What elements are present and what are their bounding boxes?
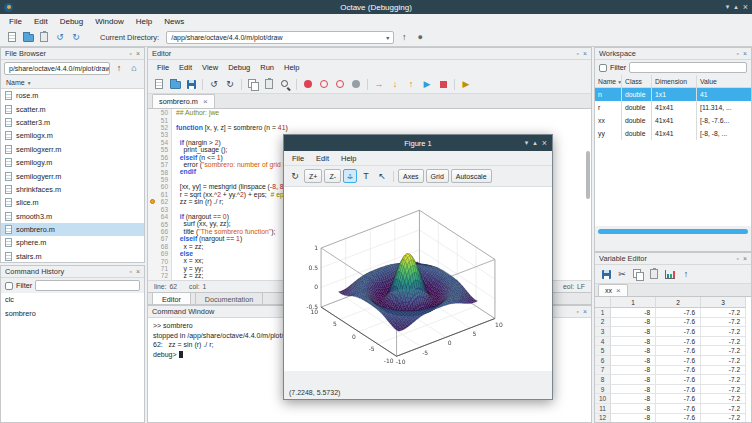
filter-input[interactable] bbox=[35, 280, 140, 291]
file-row[interactable]: rose.m bbox=[1, 89, 144, 102]
figure-menu-edit[interactable]: Edit bbox=[310, 154, 335, 163]
file-row[interactable]: slice.m bbox=[1, 196, 144, 209]
code-line[interactable]: function [x, y, z] = sombrero (n = 41) bbox=[172, 124, 591, 131]
grid-cell[interactable]: -7.6 bbox=[656, 327, 701, 337]
file-row[interactable]: sombrero.m bbox=[1, 223, 144, 236]
file-row[interactable]: shrinkfaces.m bbox=[1, 183, 144, 196]
name-column-header[interactable]: Name bbox=[1, 76, 144, 89]
editor-menu-edit[interactable]: Edit bbox=[174, 63, 197, 72]
menu-file[interactable]: File bbox=[3, 17, 28, 26]
tab-sombrero[interactable]: sombrero.m bbox=[152, 94, 215, 108]
grid-cell[interactable]: -7.2 bbox=[701, 337, 746, 347]
close-icon[interactable] bbox=[743, 48, 747, 60]
step-icon[interactable]: → bbox=[372, 77, 386, 91]
row-header[interactable]: 5 bbox=[595, 346, 611, 356]
grid-cell[interactable]: -8 bbox=[611, 385, 656, 395]
menu-edit[interactable]: Edit bbox=[28, 17, 54, 26]
table-row[interactable]: xxdouble41x41[-8, -7.6... bbox=[595, 114, 751, 127]
undock-icon[interactable] bbox=[576, 48, 578, 60]
row-header[interactable]: 4 bbox=[595, 337, 611, 347]
close-button[interactable] bbox=[743, 0, 748, 15]
menu-news[interactable]: News bbox=[158, 17, 190, 26]
editor-menu-debug[interactable]: Debug bbox=[223, 63, 255, 72]
column-header-class[interactable]: Class bbox=[622, 75, 652, 87]
grid-corner[interactable] bbox=[595, 297, 611, 308]
figure-title-bar[interactable]: Figure 1 bbox=[284, 135, 552, 151]
figure-menu-help[interactable]: Help bbox=[335, 154, 362, 163]
row-header[interactable]: 1 bbox=[595, 308, 611, 318]
row-header[interactable]: 8 bbox=[595, 375, 611, 385]
filter-input[interactable] bbox=[629, 62, 747, 73]
pan-icon[interactable] bbox=[343, 169, 357, 183]
save-file-icon[interactable] bbox=[184, 77, 198, 91]
file-row[interactable]: stairs.m bbox=[1, 250, 144, 262]
maximize-button[interactable] bbox=[734, 0, 738, 15]
step-out-icon[interactable]: ↑ bbox=[404, 77, 418, 91]
grid-cell[interactable]: -8 bbox=[611, 394, 656, 404]
file-row[interactable]: scatter.m bbox=[1, 102, 144, 115]
grid-cell[interactable]: -7.6 bbox=[656, 346, 701, 356]
filter-checkbox[interactable] bbox=[599, 64, 607, 72]
quit-debug-icon[interactable] bbox=[436, 77, 450, 91]
title-bar[interactable]: Octave (Debugging) bbox=[0, 0, 752, 14]
file-row[interactable]: semilogx.m bbox=[1, 129, 144, 142]
row-header[interactable]: 6 bbox=[595, 356, 611, 366]
grid-cell[interactable]: -8 bbox=[611, 327, 656, 337]
redo-icon[interactable]: ↻ bbox=[223, 77, 237, 91]
grid-cell[interactable]: -7.2 bbox=[701, 394, 746, 404]
zoom-in-button[interactable]: Z+ bbox=[304, 169, 322, 183]
select-icon[interactable]: ↖ bbox=[375, 169, 389, 183]
filter-checkbox[interactable] bbox=[5, 282, 13, 290]
horizontal-scrollbar[interactable] bbox=[598, 229, 748, 234]
undock-icon[interactable] bbox=[576, 306, 578, 318]
clear-breakpoints-icon[interactable] bbox=[349, 77, 363, 91]
copy-icon[interactable] bbox=[631, 267, 645, 281]
close-tab-icon[interactable] bbox=[616, 287, 621, 295]
grid-button[interactable]: Grid bbox=[426, 169, 449, 183]
grid-cell[interactable]: -8 bbox=[611, 337, 656, 347]
history-item[interactable]: sombrero bbox=[1, 306, 144, 319]
insert-text-icon[interactable]: T bbox=[359, 169, 373, 183]
editor-menu-view[interactable]: View bbox=[197, 63, 223, 72]
table-row[interactable]: yydouble41x41[-8, -8, ... bbox=[595, 127, 751, 140]
editor-menu-help[interactable]: Help bbox=[279, 63, 304, 72]
undo-icon[interactable]: ↺ bbox=[53, 30, 67, 44]
history-item[interactable]: clc bbox=[1, 293, 144, 306]
step-in-icon[interactable]: ↓ bbox=[388, 77, 402, 91]
continue-icon[interactable]: ▶ bbox=[420, 77, 434, 91]
file-row[interactable]: scatter3.m bbox=[1, 116, 144, 129]
column-header[interactable]: 1 bbox=[611, 297, 656, 308]
menu-help[interactable]: Help bbox=[130, 17, 158, 26]
grid-cell[interactable]: -7.2 bbox=[701, 327, 746, 337]
menu-debug[interactable]: Debug bbox=[54, 17, 90, 26]
grid-cell[interactable]: -8 bbox=[611, 356, 656, 366]
file-row[interactable]: semilogyerr.m bbox=[1, 169, 144, 182]
undock-icon[interactable] bbox=[736, 253, 738, 265]
grid-cell[interactable]: -7.2 bbox=[701, 346, 746, 356]
table-row[interactable]: rdouble41x41[11.314, ... bbox=[595, 101, 751, 114]
column-header-dimension[interactable]: Dimension bbox=[652, 75, 697, 87]
next-breakpoint-icon[interactable] bbox=[317, 77, 331, 91]
up-level-icon[interactable]: ↑ bbox=[679, 267, 693, 281]
paste-icon[interactable] bbox=[262, 77, 276, 91]
new-script-icon[interactable] bbox=[5, 30, 19, 44]
grid-cell[interactable]: -7.6 bbox=[656, 414, 701, 422]
paste-icon[interactable] bbox=[37, 30, 51, 44]
column-header[interactable]: 3 bbox=[701, 297, 746, 308]
minimize-button[interactable] bbox=[726, 0, 730, 15]
grid-cell[interactable]: -8 bbox=[611, 414, 656, 422]
row-header[interactable]: 12 bbox=[595, 414, 611, 422]
grid-cell[interactable]: -8 bbox=[611, 346, 656, 356]
file-row[interactable]: semilogy.m bbox=[1, 156, 144, 169]
grid-cell[interactable]: -8 bbox=[611, 318, 656, 328]
redo-icon[interactable]: ↻ bbox=[69, 30, 83, 44]
menu-window[interactable]: Window bbox=[89, 17, 129, 26]
run-file-icon[interactable]: ▶ bbox=[459, 77, 473, 91]
close-icon[interactable] bbox=[743, 253, 747, 265]
paste-icon[interactable] bbox=[647, 267, 661, 281]
undock-icon[interactable] bbox=[129, 266, 131, 278]
table-row[interactable]: ndouble1x141 bbox=[595, 88, 751, 101]
grid-cell[interactable]: -7.2 bbox=[701, 356, 746, 366]
grid-cell[interactable]: -7.6 bbox=[656, 356, 701, 366]
row-header[interactable]: 2 bbox=[595, 318, 611, 328]
